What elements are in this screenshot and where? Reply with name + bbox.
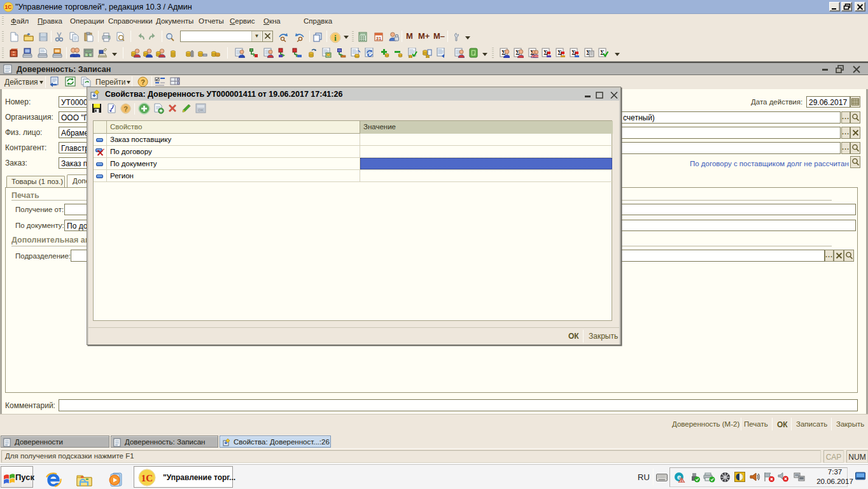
svg-text:1С: 1С [5, 4, 12, 10]
svg-text:!: ! [681, 478, 682, 483]
svg-text:31: 31 [376, 36, 381, 41]
svg-text:1С: 1С [141, 473, 153, 483]
svg-text:OK: OK [198, 108, 204, 112]
svg-text:?: ? [141, 78, 145, 86]
svg-text:?: ? [123, 105, 128, 113]
svg-text:$: $ [88, 53, 90, 57]
